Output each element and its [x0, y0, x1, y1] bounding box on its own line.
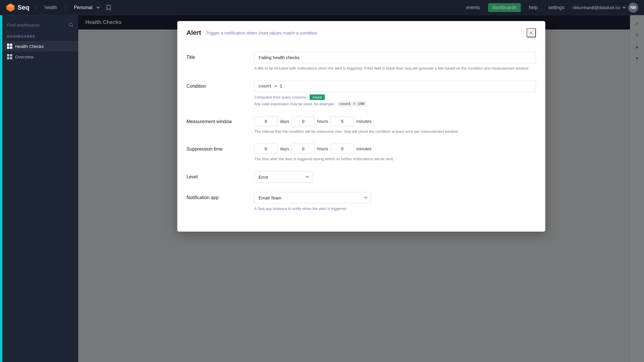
alert-modal: Alert Trigger a notification when chart … [177, 21, 545, 232]
suppression-hours-label: hours [317, 146, 328, 151]
suppression-days-label: days [280, 146, 289, 151]
condition-row: Condition count > 1 Computed from query … [187, 81, 536, 107]
user-menu[interactable]: nblumhardt@datalust.co NB [572, 3, 638, 13]
title-label: Title [187, 52, 245, 60]
nav-events[interactable]: events [464, 4, 482, 11]
sidebar-item-health[interactable]: Health Checks [2, 41, 78, 51]
notification-app-row: Notification app Email Team Slack Alerts… [187, 192, 536, 212]
sidebar-search-container [2, 20, 78, 30]
svg-line-3 [72, 26, 73, 27]
nav-divider: | [35, 5, 36, 10]
suppression-hint: The time after the alert is triggered du… [254, 156, 536, 162]
condition-tags: Computed from query columns: count [254, 94, 536, 100]
search-icon [68, 22, 74, 27]
title-field: A title to be included with notification… [254, 52, 536, 71]
example-label: Any valid expression may be used, for ex… [254, 102, 335, 106]
modal-overlay: Alert Trigger a notification when chart … [78, 15, 644, 362]
sidebar-item-health-label: Health Checks [15, 44, 44, 49]
cyan-accent-bar [0, 15, 2, 362]
nav-right: events dashboards help settings nblumhar… [464, 3, 638, 13]
title-input[interactable] [254, 52, 536, 63]
modal-header: Alert Trigger a notification when chart … [177, 21, 545, 44]
computed-label: Computed from query columns: [254, 95, 307, 99]
workspace-selector[interactable]: Personal [72, 4, 100, 11]
nav-help[interactable]: help [527, 4, 540, 11]
suppression-days-input[interactable] [254, 144, 278, 154]
content-area: Health Checks Alert Trigger a notificati… [78, 15, 644, 362]
nav-settings[interactable]: settings [546, 4, 567, 11]
example-code: count > 100 [337, 101, 367, 107]
sidebar-item-overview-label: Overview [15, 54, 34, 59]
condition-input[interactable]: count > 1 [254, 81, 536, 92]
measurement-window-row: Measurement window days hours minutes Th… [187, 116, 536, 135]
suppression-time-label: Suppression time [187, 144, 245, 152]
suppression-minutes-label: minutes [356, 146, 372, 151]
notification-app-select[interactable]: Email Team Slack Alerts PagerDuty [254, 192, 371, 204]
sidebar-item-overview[interactable]: Overview [2, 51, 78, 62]
modal-body: Title A title to be included with notifi… [177, 44, 545, 229]
condition-example: Any valid expression may be used, for ex… [254, 101, 536, 107]
measurement-hours-input[interactable] [291, 116, 315, 126]
measurement-time-inputs: days hours minutes [254, 116, 536, 126]
measurement-days-label: days [280, 119, 289, 124]
modal-subtitle: Trigger a notification when chart values… [206, 30, 317, 35]
modal-close-button[interactable]: × [527, 28, 536, 37]
app-logo[interactable]: Seq [6, 3, 29, 12]
sidebar: DASHBOARDS Health Checks Overview [2, 15, 78, 362]
measurement-days-input[interactable] [254, 116, 278, 126]
sidebar-search-input[interactable] [7, 23, 68, 27]
notification-app-field: Email Team Slack Alerts PagerDuty A Seq … [254, 192, 536, 212]
condition-field: count > 1 Computed from query columns: c… [254, 81, 536, 107]
workspace-label: Personal [72, 4, 95, 11]
top-navigation: Seq | health Personal events dashboards … [0, 0, 644, 15]
suppression-hours-input[interactable] [291, 144, 315, 154]
user-email: nblumhardt@datalust.co [572, 5, 620, 10]
count-tag[interactable]: count [310, 94, 325, 100]
nav-dashboards[interactable]: dashboards [488, 3, 521, 12]
suppression-time-row: Suppression time days hours minutes The … [187, 144, 536, 162]
measurement-minutes-input[interactable] [331, 116, 354, 126]
user-menu-chevron-icon [622, 6, 626, 9]
measurement-hint: The interval that the condition will be … [254, 129, 536, 135]
suppression-time-inputs: days hours minutes [254, 144, 536, 154]
level-field: Verbose Debug Information Warning Error … [254, 171, 536, 183]
title-row: Title A title to be included with notifi… [187, 52, 536, 71]
grid-icon-2 [7, 54, 12, 59]
modal-footer: ADD CANCEL [177, 229, 545, 232]
nav-health[interactable]: health [42, 4, 60, 11]
modal-title: Alert [187, 29, 201, 37]
level-select[interactable]: Verbose Debug Information Warning Error … [254, 171, 313, 183]
bookmark-icon[interactable] [106, 5, 112, 11]
condition-value: count > 1 [259, 84, 282, 89]
main-layout: DASHBOARDS Health Checks Overview Health… [0, 15, 644, 362]
level-row: Level Verbose Debug Information Warning … [187, 171, 536, 183]
notification-app-hint: A Seq app instance to notify when the al… [254, 206, 536, 212]
workspace-chevron-icon [96, 6, 100, 9]
notification-app-label: Notification app [187, 192, 245, 200]
nav-vertical-divider [65, 5, 66, 11]
condition-label: Condition [187, 81, 245, 89]
measurement-hours-label: hours [317, 119, 328, 124]
suppression-time-field: days hours minutes The time after the al… [254, 144, 536, 162]
level-label: Level [187, 171, 245, 180]
sidebar-section-label: DASHBOARDS [2, 33, 78, 41]
measurement-window-label: Measurement window [187, 116, 245, 124]
suppression-minutes-input[interactable] [331, 144, 354, 154]
title-hint: A title to be included with notification… [254, 65, 536, 71]
measurement-window-field: days hours minutes The interval that the… [254, 116, 536, 135]
user-avatar[interactable]: NB [628, 3, 638, 13]
measurement-minutes-label: minutes [356, 119, 372, 124]
grid-icon [7, 44, 12, 49]
svg-point-2 [69, 23, 72, 26]
